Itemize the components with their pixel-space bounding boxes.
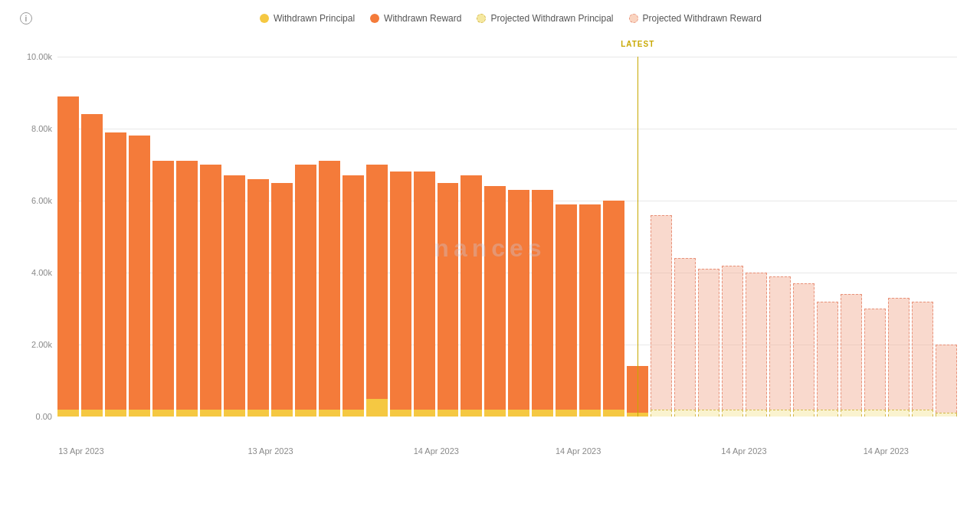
bar-group[interactable] — [438, 57, 459, 417]
bar-principal — [152, 410, 174, 417]
legend-item-projected-principal: Projected Withdrawn Principal — [477, 13, 613, 24]
bar-group[interactable] — [271, 57, 293, 417]
bar-stack-projected — [841, 294, 862, 417]
legend-dot-withdrawn-reward — [370, 14, 379, 23]
bar-stack-projected — [888, 298, 910, 417]
bar-principal — [579, 410, 601, 417]
legend-item-withdrawn-reward: Withdrawn Reward — [370, 13, 461, 24]
bar-principal — [366, 399, 388, 417]
bar-stack-solid — [343, 175, 364, 417]
bar-group[interactable] — [651, 57, 672, 417]
bar-group[interactable] — [295, 57, 316, 417]
bar-projected-reward — [793, 283, 814, 409]
bar-principal — [129, 410, 150, 417]
bar-stack-solid — [105, 132, 126, 417]
bar-principal — [508, 410, 529, 417]
bar-projected-principal — [698, 410, 719, 417]
bar-group[interactable] — [105, 57, 126, 417]
x-axis-label: 13 Apr 2023 — [247, 446, 293, 456]
bar-group[interactable] — [674, 57, 696, 417]
bar-stack-solid — [81, 114, 103, 417]
bar-group[interactable] — [224, 57, 245, 417]
bar-principal — [438, 410, 459, 417]
bar-projected-principal — [793, 410, 814, 417]
bar-projected-principal — [841, 410, 862, 417]
bar-principal — [603, 410, 624, 417]
bar-group[interactable] — [936, 57, 957, 417]
bar-reward — [319, 161, 340, 409]
bar-group[interactable] — [603, 57, 624, 417]
bar-group[interactable] — [532, 57, 553, 417]
bar-stack-solid — [508, 190, 529, 417]
bar-projected-principal — [864, 410, 886, 417]
bar-group[interactable] — [746, 57, 767, 417]
bar-group[interactable]: LATEST — [627, 57, 648, 417]
bar-stack-projected — [651, 215, 672, 417]
bar-group[interactable] — [366, 57, 388, 417]
bar-group[interactable] — [508, 57, 529, 417]
bar-group[interactable] — [888, 57, 910, 417]
bar-group[interactable] — [912, 57, 933, 417]
bar-reward — [81, 114, 103, 409]
legend-dot-withdrawn-principal — [260, 14, 269, 23]
bar-stack-projected — [817, 302, 838, 417]
bar-stack-solid — [295, 165, 316, 417]
bar-group[interactable] — [864, 57, 886, 417]
bar-group[interactable] — [793, 57, 814, 417]
x-axis-label: 14 Apr 2023 — [414, 446, 459, 456]
y-tick-label-10.00k: 10.00k — [15, 52, 52, 61]
bar-projected-reward — [769, 276, 791, 410]
bar-group[interactable] — [152, 57, 174, 417]
bar-group[interactable] — [200, 57, 221, 417]
bar-reward — [200, 165, 221, 410]
bar-stack-solid — [390, 172, 411, 417]
legend-dot-projected-principal — [477, 14, 486, 23]
bar-group[interactable] — [769, 57, 791, 417]
bar-stack-projected — [936, 345, 957, 417]
bar-group[interactable] — [129, 57, 150, 417]
bar-reward — [484, 186, 506, 409]
bar-group[interactable] — [81, 57, 103, 417]
bar-reward — [176, 161, 198, 409]
bar-group[interactable] — [319, 57, 340, 417]
bar-stack-projected — [912, 302, 933, 417]
bar-stack-solid — [57, 96, 79, 417]
bar-principal — [556, 410, 577, 417]
chart-container: i Withdrawn PrincipalWithdrawn RewardPro… — [0, 0, 980, 513]
bar-group[interactable] — [556, 57, 577, 417]
bar-stack-solid — [271, 183, 293, 417]
bar-principal — [319, 410, 340, 417]
bar-group[interactable] — [343, 57, 364, 417]
bar-group[interactable] — [247, 57, 269, 417]
legend-label-projected-principal: Projected Withdrawn Principal — [490, 13, 613, 24]
bar-group[interactable] — [817, 57, 838, 417]
bar-reward — [366, 165, 388, 398]
bar-projected-reward — [841, 294, 862, 409]
bar-group[interactable] — [57, 57, 79, 417]
bar-group[interactable] — [390, 57, 411, 417]
y-tick-label-0.00: 0.00 — [15, 412, 52, 421]
bar-stack-solid — [152, 161, 174, 417]
bar-principal — [57, 410, 79, 417]
latest-line: LATEST — [637, 57, 638, 417]
bar-group[interactable] — [414, 57, 435, 417]
bar-stack-projected — [698, 269, 719, 417]
bar-group[interactable] — [698, 57, 719, 417]
bar-group[interactable] — [176, 57, 198, 417]
info-icon[interactable]: i — [20, 12, 32, 25]
bar-stack-solid — [176, 161, 198, 417]
bar-group[interactable] — [841, 57, 862, 417]
bar-reward — [438, 183, 459, 410]
bar-group[interactable] — [722, 57, 743, 417]
bar-stack-solid — [247, 179, 269, 417]
x-axis-label: 13 Apr 2023 — [58, 446, 103, 456]
bar-group[interactable] — [484, 57, 506, 417]
bar-stack-solid — [461, 175, 482, 417]
bar-group[interactable] — [579, 57, 601, 417]
bar-stack-solid — [438, 183, 459, 417]
bar-principal — [200, 410, 221, 417]
bar-projected-principal — [817, 410, 838, 417]
legend-item-withdrawn-principal: Withdrawn Principal — [260, 13, 355, 24]
bar-projected-principal — [769, 410, 791, 417]
bar-group[interactable] — [461, 57, 482, 417]
